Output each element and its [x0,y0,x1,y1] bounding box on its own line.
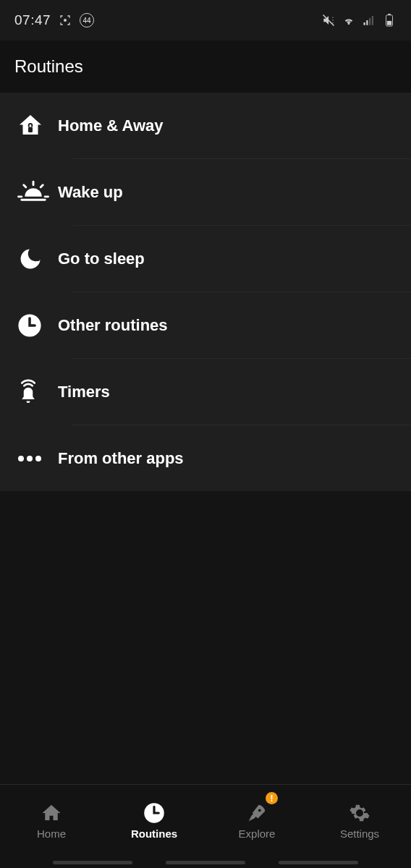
sunrise-icon [17,179,58,205]
home-icon [41,802,62,824]
nav-label: Home [37,827,66,840]
gesture-pill[interactable] [53,861,132,864]
wifi-icon [342,13,356,27]
signal-icon [362,13,376,27]
svg-rect-8 [387,21,391,25]
nav-home[interactable]: Home [0,785,103,856]
list-item-label: Home & Away [58,116,164,135]
home-lock-icon [17,113,58,139]
svg-rect-3 [366,20,368,25]
list-item-go-to-sleep[interactable]: Z z Go to sleep [0,226,411,292]
svg-rect-5 [372,16,373,25]
svg-rect-7 [388,14,391,15]
svg-line-15 [41,184,43,187]
svg-rect-2 [364,22,365,25]
page-title: Routines [14,56,397,77]
camera-indicator-icon [58,13,72,27]
notification-count-icon: 44 [80,13,94,27]
list-item-wake-up[interactable]: Wake up [0,159,411,225]
list-item-label: From other apps [58,449,184,468]
svg-point-19 [18,456,24,461]
clock-icon [143,802,165,824]
svg-point-23 [258,809,261,812]
svg-point-21 [35,456,41,461]
mute-vibrate-icon [321,13,336,27]
nav-label: Explore [239,827,276,840]
svg-point-20 [27,456,33,461]
svg-rect-9 [28,127,33,132]
list-item-label: Go to sleep [58,250,145,268]
nav-routines[interactable]: Routines [103,785,206,856]
dots-icon [17,455,58,462]
routines-list: Home & Away Wake up [0,93,411,491]
bottom-nav: Home Routines ! Explore [0,784,411,856]
nav-settings[interactable]: Settings [308,785,411,856]
svg-rect-4 [369,18,370,25]
list-item-timers[interactable]: Timers [0,359,411,425]
list-item-label: Wake up [58,183,123,202]
nav-label: Routines [131,827,177,840]
bell-waves-icon [17,379,58,405]
gesture-pill[interactable] [279,861,358,864]
list-item-other-routines[interactable]: Other routines [0,292,411,358]
nav-label: Settings [340,827,379,840]
list-item-label: Other routines [58,316,168,335]
page-header: Routines [0,41,411,93]
status-bar: 07:47 44 [0,0,411,41]
gear-icon [349,802,370,824]
list-item-from-other-apps[interactable]: From other apps [0,425,411,491]
nav-explore[interactable]: ! Explore [206,785,308,856]
svg-point-24 [357,810,362,814]
empty-area [0,491,411,784]
list-item-home-away[interactable]: Home & Away [0,93,411,158]
notification-badge: ! [266,792,278,804]
clock-icon [17,313,58,338]
status-time: 07:47 [14,12,51,28]
gesture-pill[interactable] [166,861,245,864]
svg-line-14 [24,184,26,187]
list-item-label: Timers [58,383,110,401]
battery-icon [382,13,397,27]
rocket-icon [246,802,268,824]
moon-zz-icon: Z z [17,246,58,272]
svg-text:z: z [37,256,40,263]
svg-point-0 [64,20,67,22]
gesture-bar [0,856,411,868]
